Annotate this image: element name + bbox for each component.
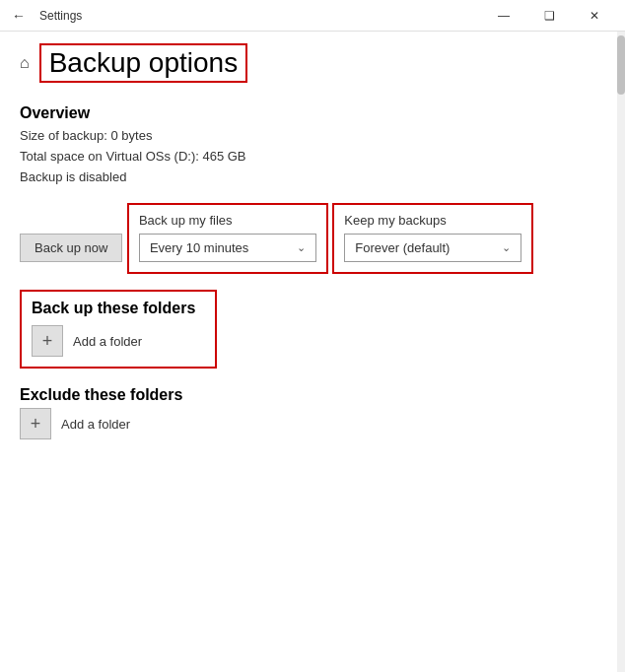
overview-line2: Total space on Virtual OSs (D:): 465 GB: [20, 147, 597, 168]
main-content: ⌂ Backup options Overview Size of backup…: [0, 32, 617, 672]
overview-line1: Size of backup: 0 bytes: [20, 126, 597, 147]
keep-backups-dropdown-arrow: ⌄: [502, 241, 511, 254]
keep-backups-section: Keep my backups Forever (default) ⌄: [332, 203, 533, 274]
scrollbar-thumb[interactable]: [617, 35, 625, 95]
titlebar-title: Settings: [39, 9, 82, 23]
backup-folders-section: Back up these folders + Add a folder: [20, 290, 217, 369]
overview-line3: Backup is disabled: [20, 168, 597, 188]
backup-files-dropdown-arrow: ⌄: [297, 241, 306, 254]
scrollbar[interactable]: [617, 32, 625, 672]
add-backup-folder-row: + Add a folder: [32, 325, 205, 357]
backup-files-selected: Every 10 minutes: [150, 240, 248, 255]
titlebar-controls: — ❑ ✕: [481, 0, 617, 32]
backup-now-button[interactable]: Back up now: [20, 234, 122, 262]
page-title: Backup options: [49, 47, 238, 78]
titlebar: ← Settings — ❑ ✕: [0, 0, 625, 32]
add-backup-folder-label: Add a folder: [73, 334, 142, 349]
add-backup-folder-button[interactable]: +: [32, 325, 63, 357]
exclude-folders-heading: Exclude these folders: [20, 386, 597, 404]
backup-files-label: Back up my files: [139, 213, 316, 228]
keep-backups-dropdown[interactable]: Forever (default) ⌄: [344, 234, 521, 262]
backup-files-dropdown[interactable]: Every 10 minutes ⌄: [139, 234, 316, 262]
titlebar-left: ← Settings: [8, 4, 82, 28]
add-exclude-folder-button[interactable]: +: [20, 408, 51, 439]
add-exclude-folder-row: + Add a folder: [20, 408, 597, 439]
keep-backups-selected: Forever (default): [355, 240, 450, 255]
keep-backups-label: Keep my backups: [344, 213, 521, 228]
backup-folders-heading: Back up these folders: [32, 300, 205, 317]
back-button[interactable]: ←: [8, 4, 30, 28]
page-header: ⌂ Backup options: [20, 32, 597, 91]
close-button[interactable]: ✕: [572, 0, 617, 32]
exclude-folders-section: Exclude these folders + Add a folder: [20, 386, 597, 439]
backup-files-section: Back up my files Every 10 minutes ⌄: [127, 203, 328, 274]
minimize-button[interactable]: —: [481, 0, 526, 32]
add-exclude-folder-label: Add a folder: [61, 417, 130, 432]
home-icon[interactable]: ⌂: [20, 54, 30, 72]
maximize-button[interactable]: ❑: [526, 0, 572, 32]
page-title-box: Backup options: [39, 43, 247, 83]
overview-heading: Overview: [20, 104, 597, 122]
